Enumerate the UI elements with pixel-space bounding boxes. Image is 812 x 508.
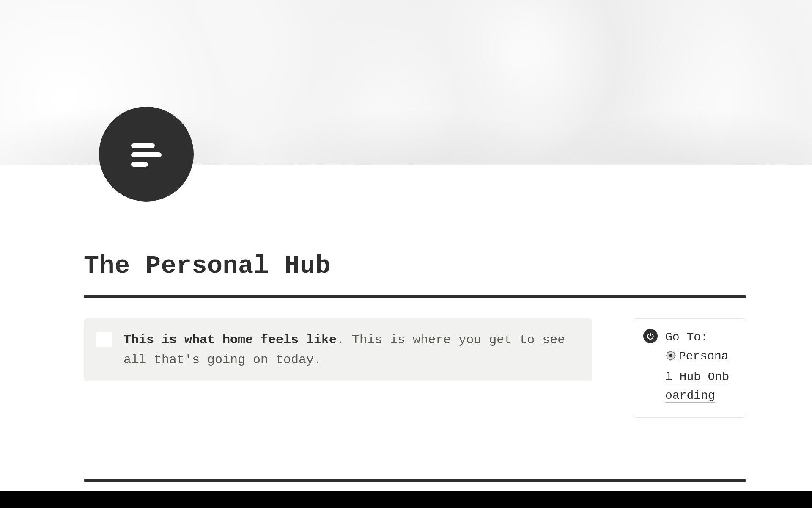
page-title: The Personal Hub <box>84 251 331 280</box>
svg-rect-1 <box>131 152 162 157</box>
divider <box>84 295 746 298</box>
callout-icon-placeholder <box>96 332 112 347</box>
svg-line-9 <box>674 358 675 359</box>
svg-line-11 <box>674 352 675 353</box>
callout-bold: This is what home feels like <box>123 333 337 347</box>
divider <box>84 479 746 482</box>
power-icon <box>643 329 658 343</box>
svg-point-12 <box>669 354 672 357</box>
bottom-bar <box>0 491 812 508</box>
goto-card: Go To: Persona <box>633 318 746 418</box>
callout-text: This is what home feels like. This is wh… <box>123 330 579 370</box>
goto-label: Go To: <box>665 331 708 344</box>
svg-rect-0 <box>131 143 155 148</box>
home-callout: This is what home feels like. This is wh… <box>84 318 592 381</box>
lines-icon <box>125 133 167 175</box>
gear-icon <box>665 349 676 368</box>
svg-line-8 <box>667 352 668 353</box>
svg-line-10 <box>667 358 668 359</box>
page-icon[interactable] <box>99 107 194 202</box>
svg-rect-2 <box>131 162 148 167</box>
